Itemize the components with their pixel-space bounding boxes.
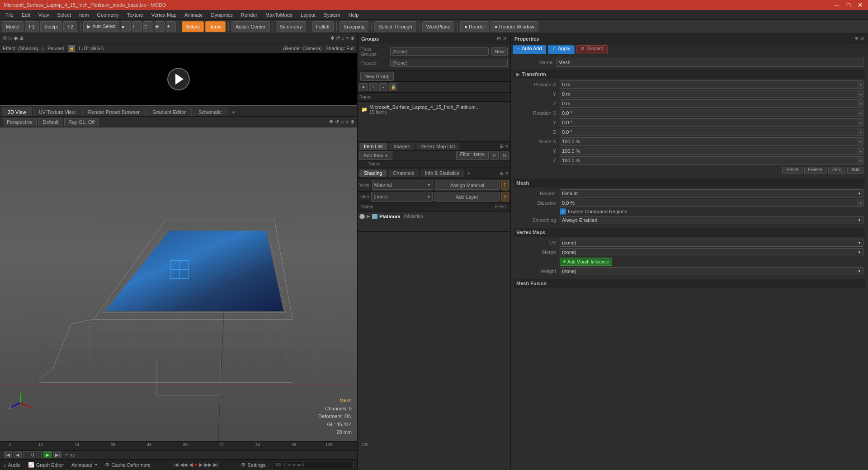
tl-next-btn[interactable]: ▶| bbox=[53, 451, 61, 458]
menu-geometry[interactable]: Geometry bbox=[93, 11, 122, 19]
rotation-y-input[interactable]: 0.0 ° bbox=[560, 118, 858, 127]
select-through-btn[interactable]: Select Through bbox=[374, 21, 416, 32]
vp-icon-1[interactable]: ✥ bbox=[329, 119, 333, 125]
tab-render-preset-browser[interactable]: Render Preset Browser bbox=[82, 108, 146, 116]
morph-select[interactable]: (none) ▼ bbox=[560, 248, 863, 256]
itemlist-close-icon[interactable]: ✕ bbox=[505, 143, 509, 149]
perspective-btn[interactable]: Perspective bbox=[3, 118, 37, 126]
tab-schematic[interactable]: Schematic bbox=[193, 108, 227, 116]
preview-viewport[interactable] bbox=[0, 53, 357, 105]
filter-items-btn[interactable]: Filter Items bbox=[456, 151, 489, 160]
vertex-mode-btn[interactable]: ● bbox=[121, 21, 131, 32]
shading-row-expand[interactable]: ▶ bbox=[367, 214, 370, 219]
model-btn[interactable]: Model bbox=[2, 21, 24, 32]
vertex-maps-header[interactable]: Vertex Maps bbox=[514, 228, 865, 237]
ilist-tab-vertex-map-list[interactable]: Vertex Map List bbox=[416, 143, 460, 150]
tl-start-btn[interactable]: |◀ bbox=[4, 451, 12, 458]
minimize-btn[interactable]: ─ bbox=[833, 1, 841, 9]
edge-mode-btn[interactable]: / bbox=[132, 21, 142, 32]
menu-file[interactable]: File bbox=[2, 11, 17, 19]
props-expand-icon[interactable]: ⊞ bbox=[854, 36, 859, 42]
position-z-arrow[interactable]: ▸ bbox=[858, 99, 863, 108]
scale-y-input[interactable]: 100.0 % bbox=[560, 147, 858, 155]
graph-editor-item[interactable]: 📈 Graph Editor bbox=[28, 462, 64, 468]
weight-select[interactable]: (none) ▼ bbox=[560, 267, 863, 275]
preview-lock-btn[interactable]: 🔒 bbox=[68, 45, 75, 52]
ilist-tab-item-list[interactable]: Item List bbox=[359, 143, 387, 150]
new-group-btn[interactable]: New Group bbox=[360, 72, 394, 81]
filter-f-badge[interactable]: F bbox=[491, 151, 499, 160]
maximize-btn[interactable]: □ bbox=[844, 1, 853, 9]
vp-icon-2[interactable]: ↺ bbox=[335, 119, 339, 125]
pb-record-btn[interactable]: ● bbox=[194, 462, 198, 468]
group-item-0[interactable]: 📁 Microsoft_Surface_Laptop_4_15_Inch_Pla… bbox=[359, 103, 509, 116]
tl-play-label[interactable]: Play bbox=[65, 452, 75, 457]
cache-deformers-item[interactable]: ⚙ Cache Deformers bbox=[105, 462, 150, 468]
audio-item[interactable]: ♪ Audio bbox=[4, 462, 21, 468]
render-select[interactable]: Default ▼ bbox=[560, 189, 863, 197]
pb-btn-2[interactable]: ◀◀ bbox=[180, 462, 187, 468]
menu-render[interactable]: Render bbox=[237, 11, 261, 19]
position-y-input[interactable]: 0 m bbox=[560, 90, 858, 98]
groups-del-btn[interactable]: - bbox=[379, 83, 387, 91]
pb-btn-3[interactable]: ◀ bbox=[189, 462, 193, 468]
scale-z-arrow[interactable]: ▸ bbox=[858, 156, 863, 164]
position-y-arrow[interactable]: ▸ bbox=[858, 90, 863, 98]
play-button[interactable] bbox=[167, 68, 190, 90]
auto-select-btn[interactable]: ▶ Auto Select bbox=[83, 21, 119, 32]
vp-icon-4[interactable]: ≡ bbox=[346, 119, 349, 125]
menu-edit[interactable]: Edit bbox=[18, 11, 34, 19]
passes-input[interactable] bbox=[390, 59, 508, 67]
f1-btn[interactable]: F1 bbox=[25, 21, 39, 32]
shading-tab-info-stats[interactable]: Info & Statistics bbox=[420, 169, 464, 177]
menu-vertex-map[interactable]: Vertex Map bbox=[148, 11, 180, 19]
shading-view-select[interactable]: Material ▼ bbox=[372, 180, 433, 190]
shading-expand-icon[interactable]: ⊞ bbox=[500, 170, 504, 176]
shading-s-badge[interactable]: S bbox=[501, 192, 509, 202]
render-btn[interactable]: ● Render bbox=[460, 21, 489, 32]
groups-expand-icon[interactable]: ⊞ bbox=[497, 36, 501, 42]
menu-dynamics[interactable]: Dynamics bbox=[208, 11, 236, 19]
rotation-x-input[interactable]: 0.0 ° bbox=[560, 109, 858, 117]
pb-btn-7[interactable]: ▶| bbox=[213, 462, 218, 468]
apply-btn[interactable]: ✓ Apply bbox=[548, 45, 575, 54]
smoothing-select[interactable]: Always Enabled ▼ bbox=[560, 216, 863, 224]
tab-uv-texture-view[interactable]: UV Texture View bbox=[33, 108, 81, 116]
groups-close-icon[interactable]: ✕ bbox=[503, 36, 507, 42]
groups-eye-btn[interactable]: ● bbox=[359, 83, 368, 91]
action-center-btn[interactable]: Action Center bbox=[231, 21, 270, 32]
dissolve-input[interactable]: 0.0 % bbox=[560, 199, 858, 207]
itemlist-expand-icon[interactable]: ⊞ bbox=[500, 143, 504, 149]
vp-icon-3[interactable]: ⌕ bbox=[341, 119, 344, 125]
shading-f-badge[interactable]: F bbox=[501, 180, 509, 190]
menu-view[interactable]: View bbox=[35, 11, 53, 19]
scale-z-input[interactable]: 100.0 % bbox=[560, 156, 858, 164]
menu-help[interactable]: Help bbox=[345, 11, 363, 19]
ray-gl-btn[interactable]: Ray GL: Off bbox=[64, 118, 99, 126]
menu-select[interactable]: Select bbox=[53, 11, 75, 19]
menu-animate[interactable]: Animate bbox=[181, 11, 206, 19]
close-btn[interactable]: ✕ bbox=[856, 1, 864, 9]
tl-play-btn[interactable]: ▶ bbox=[43, 451, 52, 458]
position-x-arrow[interactable]: ▸ bbox=[858, 80, 863, 89]
menu-item[interactable]: Item bbox=[75, 11, 92, 19]
symmetry-btn[interactable]: Symmetry bbox=[276, 21, 307, 32]
mat-mode-btn[interactable]: ◈ bbox=[155, 21, 165, 32]
f2-btn[interactable]: F2 bbox=[63, 21, 77, 32]
pass-groups-new-btn[interactable]: New bbox=[491, 47, 508, 56]
viewport-canvas[interactable]: X Y Z Mesh Channels: 0 Deformers: ON GL:… bbox=[0, 127, 357, 441]
mesh-fusion-header[interactable]: Mesh Fusion bbox=[514, 279, 865, 288]
auto-add-btn[interactable]: + Auto Add bbox=[513, 45, 546, 54]
tab-3d-view[interactable]: 3D View bbox=[2, 108, 32, 116]
tab-gradient-editor[interactable]: Gradient Editor bbox=[146, 108, 192, 116]
groups-lock-btn[interactable]: 🔒 bbox=[389, 83, 397, 91]
groups-list[interactable]: 📁 Microsoft_Surface_Laptop_4_15_Inch_Pla… bbox=[358, 102, 510, 141]
rotation-x-arrow[interactable]: ▸ bbox=[858, 109, 863, 117]
snapping-btn[interactable]: Snapping bbox=[340, 21, 369, 32]
rotation-z-input[interactable]: 0.0 ° bbox=[560, 128, 858, 136]
name-input[interactable] bbox=[556, 58, 863, 67]
scale-x-arrow[interactable]: ▸ bbox=[858, 137, 863, 146]
settings-item[interactable]: ⚙ Settings bbox=[241, 462, 265, 468]
add-item-btn[interactable]: Add Item ▼ bbox=[359, 151, 392, 160]
viewport-3d[interactable]: Perspective Default Ray GL: Off ✥ ↺ ⌕ ≡ … bbox=[0, 117, 357, 441]
